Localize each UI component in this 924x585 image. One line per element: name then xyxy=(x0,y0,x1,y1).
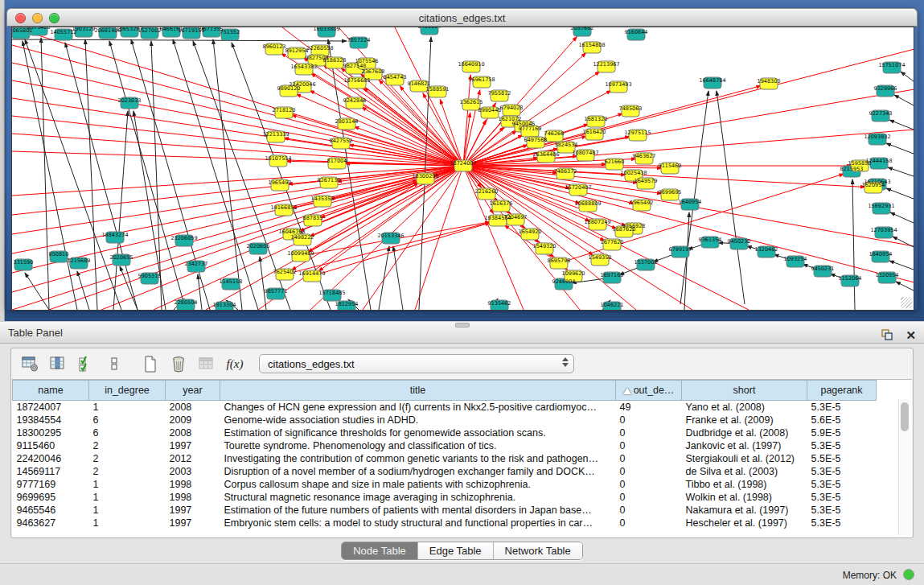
graph-edge[interactable] xyxy=(25,39,121,310)
table-row[interactable]: 946554611997Estimation of the future num… xyxy=(13,504,877,517)
cell-short[interactable]: Jankovic et al. (1997) xyxy=(682,439,807,452)
cell-short[interactable]: Yano et al. (2008) xyxy=(682,401,807,414)
graph-edge[interactable] xyxy=(717,91,745,304)
graph-edge[interactable] xyxy=(896,282,914,290)
cell-name[interactable]: 14569117 xyxy=(13,465,89,478)
cell-out_de[interactable]: 0 xyxy=(616,478,682,491)
cell-pagerank[interactable]: 5.3E-5 xyxy=(807,465,877,478)
graph-edge[interactable] xyxy=(684,212,689,310)
float-window-icon[interactable] xyxy=(878,326,896,344)
cell-year[interactable]: 2003 xyxy=(166,465,220,478)
cell-in_degree[interactable]: 1 xyxy=(89,491,166,504)
cell-name[interactable]: 9777169 xyxy=(13,478,89,491)
cell-pagerank[interactable]: 5.9E-5 xyxy=(807,426,877,439)
cell-year[interactable]: 1998 xyxy=(166,491,220,504)
cell-out_de[interactable]: 0 xyxy=(616,491,682,504)
cell-in_degree[interactable]: 1 xyxy=(89,478,166,491)
cell-pagerank[interactable]: 5.5E-5 xyxy=(807,452,877,465)
cell-title[interactable]: Structural magnetic resonance image aver… xyxy=(220,491,616,504)
graph-edge[interactable] xyxy=(852,179,855,310)
cell-pagerank[interactable]: 5.3E-5 xyxy=(807,517,877,529)
graph-edge[interactable] xyxy=(85,39,97,310)
network-window-titlebar[interactable]: citations_edges.txt xyxy=(6,8,918,27)
cell-pagerank[interactable]: 5.3E-5 xyxy=(807,478,877,491)
close-panel-icon[interactable]: ✕ xyxy=(906,329,916,341)
cell-short[interactable]: Stergiakouli et al. (2012) xyxy=(682,452,807,465)
table-row[interactable]: 1938455462009Genome‑wide association stu… xyxy=(13,414,877,426)
delete-columns-icon[interactable] xyxy=(170,355,187,373)
table-source-dropdown[interactable]: citations_edges.txt xyxy=(259,354,574,373)
table-vertical-scrollbar[interactable] xyxy=(898,399,910,535)
graph-edge[interactable] xyxy=(12,166,463,292)
cell-out_de[interactable]: 0 xyxy=(616,517,682,529)
network-view-window[interactable]: citations_edges.txt 20658019373420140557… xyxy=(6,8,918,310)
graph-edge[interactable] xyxy=(463,166,636,310)
cell-out_de[interactable]: 0 xyxy=(616,452,682,465)
table-panel-header[interactable]: Table Panel ✕ xyxy=(0,321,924,344)
table-row[interactable]: 946362711997Embryonic stem cells: a mode… xyxy=(13,517,877,529)
tab-edge-table[interactable]: Edge Table xyxy=(417,542,493,559)
cell-year[interactable]: 2008 xyxy=(166,426,220,439)
graph-edge[interactable] xyxy=(889,120,914,130)
cell-short[interactable]: de Silva et al. (2003) xyxy=(682,465,807,478)
graph-edge[interactable] xyxy=(901,72,914,81)
cell-year[interactable]: 1997 xyxy=(166,504,220,517)
cell-name[interactable]: 19384554 xyxy=(13,414,89,426)
cell-name[interactable]: 22420046 xyxy=(13,452,89,465)
cell-out_de[interactable]: 0 xyxy=(616,465,682,478)
cell-title[interactable]: Investigating the contribution of common… xyxy=(220,452,616,465)
network-canvas[interactable]: 2065801937342014055712190312920691406106… xyxy=(11,27,914,311)
cell-pagerank[interactable]: 5.6E-5 xyxy=(807,414,877,426)
column-header-pagerank[interactable]: pagerank xyxy=(807,381,877,401)
cell-pagerank[interactable]: 5.3E-5 xyxy=(807,401,877,414)
graph-edge[interactable] xyxy=(213,39,242,310)
citation-graph[interactable]: 2065801937342014055712190312920691406106… xyxy=(12,27,914,310)
graph-edge[interactable] xyxy=(77,271,89,310)
cell-year[interactable]: 1997 xyxy=(166,439,220,452)
cell-title[interactable]: Tourette syndrome. Phenomenology and cla… xyxy=(220,439,616,452)
cell-title[interactable]: Disruption of a novel member of a sodium… xyxy=(220,465,616,478)
graph-edge[interactable] xyxy=(888,167,914,176)
graph-edge[interactable] xyxy=(890,212,914,223)
cell-in_degree[interactable]: 6 xyxy=(89,426,166,439)
graph-edge[interactable] xyxy=(12,166,463,234)
cell-name[interactable]: 18300295 xyxy=(13,426,89,439)
graph-edge[interactable] xyxy=(151,41,162,310)
graph-edge[interactable] xyxy=(886,188,914,199)
cell-short[interactable]: Nakamura et al. (1997) xyxy=(682,504,807,517)
column-header-title[interactable]: title xyxy=(220,381,616,401)
cell-year[interactable]: 2008 xyxy=(166,401,220,414)
cell-title[interactable]: Changes of HCN gene expression and I(f) … xyxy=(220,401,616,414)
select-visible-columns-icon[interactable] xyxy=(77,355,95,373)
column-header-in-degree[interactable]: in_degree xyxy=(89,381,166,401)
cell-short[interactable]: Hescheler et al. (1997) xyxy=(682,517,807,529)
table-row[interactable]: 2242004622012Investigating the contribut… xyxy=(13,452,877,465)
column-header-short[interactable]: short xyxy=(682,381,807,401)
cell-title[interactable]: Genome‑wide association studies in ADHD. xyxy=(220,414,616,426)
cell-in_degree[interactable]: 2 xyxy=(89,465,166,478)
cell-pagerank[interactable]: 5.3E-5 xyxy=(807,439,877,452)
tab-network-table[interactable]: Network Table xyxy=(493,542,582,559)
create-column-icon[interactable] xyxy=(142,355,159,373)
cell-pagerank[interactable]: 5.3E-5 xyxy=(807,491,877,504)
column-header-name[interactable]: name xyxy=(13,381,89,401)
table-row[interactable]: 977716911998Corpus callosum shape and si… xyxy=(13,478,877,491)
cell-name[interactable]: 18724007 xyxy=(13,401,89,414)
cell-pagerank[interactable]: 5.3E-5 xyxy=(807,504,877,517)
cell-year[interactable]: 1997 xyxy=(166,517,220,529)
cell-in_degree[interactable]: 2 xyxy=(89,452,166,465)
canvas-resize-grip[interactable] xyxy=(901,297,912,308)
cell-name[interactable]: 9465546 xyxy=(13,504,89,517)
table-row[interactable]: 1872400712008Changes of HCN gene express… xyxy=(13,401,877,414)
cell-out_de[interactable]: 0 xyxy=(616,414,682,426)
show-columns-icon[interactable] xyxy=(49,355,67,373)
cell-title[interactable]: Estimation of significance thresholds fo… xyxy=(220,426,616,439)
cell-name[interactable]: 9115460 xyxy=(13,439,89,452)
graph-edge[interactable] xyxy=(260,257,266,310)
graph-edge[interactable] xyxy=(65,43,138,310)
graph-edge[interactable] xyxy=(680,91,708,304)
graph-edge[interactable] xyxy=(894,95,914,105)
cell-name[interactable]: 9463627 xyxy=(13,517,89,529)
graph-edge[interactable] xyxy=(393,246,403,310)
column-header-year[interactable]: year xyxy=(166,381,220,401)
